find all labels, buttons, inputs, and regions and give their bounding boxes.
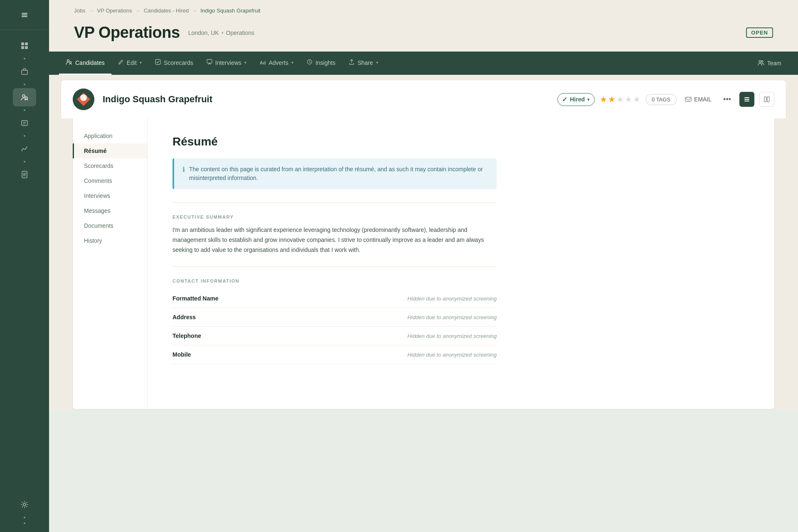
side-nav-application[interactable]: Application (73, 128, 147, 143)
breadcrumb-current: Indigo Squash Grapefruit (200, 7, 261, 14)
nav-insights-label: Insights (315, 59, 335, 66)
share-caret-icon: ▾ (376, 60, 378, 65)
interviews-nav-icon (207, 59, 212, 66)
svg-rect-23 (744, 97, 749, 98)
page-location: London, UK (188, 30, 219, 36)
side-nav-documents[interactable]: Documents (73, 218, 147, 233)
adverts-caret-icon: ▾ (291, 60, 293, 65)
contact-field-value-telephone: Hidden due to anonymized screening (407, 333, 497, 339)
candidate-header: Indigo Squash Grapefruit ✓ Hired ▾ ★ ★ ★… (61, 80, 786, 118)
svg-rect-15 (155, 59, 160, 64)
nav-scorecards-label: Scorecards (164, 59, 193, 66)
side-nav: Application Résumé Scorecards Comments I… (73, 118, 148, 409)
sidebar-item-dashboard[interactable] (13, 37, 36, 55)
status-badge: OPEN (746, 27, 773, 38)
email-button[interactable]: EMAIL (682, 94, 715, 105)
svg-rect-1 (22, 15, 27, 15)
svg-rect-24 (744, 99, 749, 100)
hired-status-button[interactable]: ✓ Hired ▾ (557, 93, 595, 106)
team-icon (758, 59, 764, 67)
sidebar-item-settings[interactable] (13, 495, 36, 514)
sidebar-dot-1 (24, 58, 25, 59)
nav-share[interactable]: Share ▾ (342, 52, 384, 75)
resume-content: Résumé ℹ The content on this page is cur… (148, 118, 522, 409)
nav-adverts-label: Adverts (268, 59, 288, 66)
hired-caret-icon: ▾ (587, 97, 589, 102)
side-nav-comments[interactable]: Comments (73, 173, 147, 188)
side-nav-history[interactable]: History (73, 233, 147, 248)
sidebar (0, 0, 49, 532)
scorecards-nav-icon (155, 59, 161, 66)
svg-rect-27 (767, 97, 769, 102)
nav-interviews-label: Interviews (215, 59, 241, 66)
svg-rect-5 (21, 46, 24, 49)
side-nav-messages[interactable]: Messages (73, 203, 147, 218)
breadcrumb-jobs[interactable]: Jobs (74, 7, 85, 14)
side-nav-resume[interactable]: Résumé (73, 143, 147, 158)
nav-edit[interactable]: Edit ▾ (111, 52, 148, 75)
candidate-body: Application Résumé Scorecards Comments I… (72, 118, 775, 409)
more-options-button[interactable]: ••• (720, 94, 734, 106)
list-view-button[interactable] (739, 92, 754, 107)
breadcrumb-vp-ops[interactable]: VP Operations (97, 7, 132, 14)
column-view-button[interactable] (759, 92, 774, 107)
breadcrumb-candidates-hired[interactable]: Candidates - Hired (144, 7, 189, 14)
sidebar-item-jobs[interactable] (13, 62, 36, 81)
executive-summary-text: I'm an ambitious leader with significant… (172, 225, 497, 255)
side-nav-scorecards[interactable]: Scorecards (73, 158, 147, 173)
sidebar-item-analytics[interactable] (13, 140, 36, 158)
hired-label: Hired (570, 96, 585, 103)
sidebar-dot-3 (24, 109, 25, 111)
sidebar-nav (0, 30, 49, 190)
candidate-name: Indigo Squash Grapefruit (103, 94, 212, 105)
candidates-nav-icon (66, 59, 72, 66)
candidate-section-wrapper: Indigo Squash Grapefruit ✓ Hired ▾ ★ ★ ★… (49, 75, 798, 409)
sidebar-item-ads[interactable] (13, 114, 36, 132)
email-label: EMAIL (694, 96, 712, 103)
executive-summary-label: EXECUTIVE SUMMARY (172, 214, 497, 219)
contact-table: Formatted Name Hidden due to anonymized … (172, 289, 497, 364)
nav-adverts[interactable]: Ad Adverts ▾ (253, 52, 300, 75)
candidate-avatar (73, 89, 94, 110)
svg-rect-3 (21, 42, 24, 45)
contact-field-value-name: Hidden due to anonymized screening (407, 296, 497, 302)
email-icon (685, 96, 692, 103)
star-rating[interactable]: ★ ★ ★ ★ ★ (600, 94, 640, 104)
page-header-left: VP Operations London, UK • Operations (74, 24, 254, 42)
tags-button[interactable]: 0 TAGS (645, 94, 677, 105)
nav-candidates[interactable]: Candidates (59, 52, 111, 75)
share-nav-icon (349, 59, 355, 66)
sidebar-toggle-button[interactable] (0, 0, 49, 30)
sidebar-dot-bottom-1 (24, 517, 25, 518)
main-content: Jobs → VP Operations → Candidates - Hire… (49, 0, 798, 532)
svg-rect-26 (764, 97, 766, 102)
candidate-actions: ✓ Hired ▾ ★ ★ ★ ★ ★ 0 TAGS (557, 92, 774, 107)
adverts-nav-icon: Ad (260, 60, 266, 65)
nav-interviews[interactable]: Interviews ▾ (200, 52, 253, 75)
page-header: VP Operations London, UK • Operations OP… (49, 20, 798, 52)
svg-rect-2 (22, 16, 27, 17)
nav-team-label: Team (767, 60, 781, 66)
info-text: The content on this page is curated from… (189, 165, 488, 182)
contact-field-value-mobile: Hidden due to anonymized screening (407, 352, 497, 358)
sidebar-item-candidates[interactable] (13, 88, 36, 106)
contact-row-name: Formatted Name Hidden due to anonymized … (172, 289, 497, 308)
sidebar-dot-2 (24, 84, 25, 85)
nav-scorecards[interactable]: Scorecards (148, 52, 200, 75)
svg-point-13 (67, 60, 69, 62)
side-nav-interviews[interactable]: Interviews (73, 188, 147, 203)
sidebar-item-reports[interactable] (13, 165, 36, 184)
svg-rect-22 (685, 97, 691, 101)
page-meta-dot: • (222, 30, 224, 36)
nav-team[interactable]: Team (751, 59, 788, 67)
sidebar-bottom (13, 489, 36, 532)
contact-field-label-mobile: Mobile (172, 351, 191, 358)
svg-point-12 (23, 503, 26, 506)
divider-2 (172, 266, 497, 267)
nav-insights[interactable]: Insights (300, 52, 342, 75)
contact-field-label-address: Address (172, 314, 196, 320)
hired-check-icon: ✓ (562, 96, 567, 103)
breadcrumb-sep-3: → (192, 8, 197, 14)
contact-field-value-address: Hidden due to anonymized screening (407, 314, 497, 320)
divider-1 (172, 202, 497, 203)
